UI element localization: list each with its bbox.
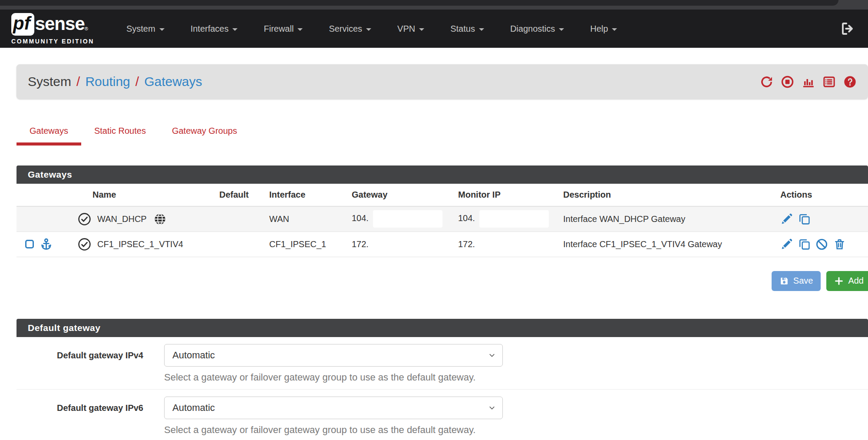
row-left-icons <box>17 206 71 232</box>
save-label: Save <box>793 276 813 286</box>
col-description: Description <box>558 184 775 206</box>
breadcrumb-routing-link[interactable]: Routing <box>85 74 130 89</box>
menu-status[interactable]: Status <box>437 10 497 48</box>
actions-cell <box>775 232 868 257</box>
globe-icon <box>154 213 166 225</box>
menu-label: System <box>126 24 155 34</box>
gateway-row-cf1-ipsec: CF1_IPSEC_1_VTIV4 CF1_IPSEC_1 172. 172. … <box>17 232 868 257</box>
chevron-down-icon <box>479 28 484 31</box>
menu-diagnostics[interactable]: Diagnostics <box>497 10 577 48</box>
check-circle-icon <box>78 238 91 251</box>
gateway-value: 104. <box>352 214 369 223</box>
tab-gateway-groups[interactable]: Gateway Groups <box>159 124 250 146</box>
anchor-icon <box>40 238 53 251</box>
default-gateway-ipv6-label: Default gateway IPv6 <box>17 397 143 419</box>
help-circle-icon[interactable] <box>843 75 857 89</box>
stop-circle-icon[interactable] <box>781 75 794 89</box>
logo-registered-mark: ® <box>85 26 88 31</box>
gateway-cell: 172. <box>347 232 453 257</box>
menu-label: VPN <box>397 24 415 34</box>
col-gateway: Gateway <box>347 184 453 206</box>
menu-firewall[interactable]: Firewall <box>251 10 316 48</box>
chevron-down-icon <box>159 28 165 31</box>
breadcrumb-separator: / <box>135 74 139 89</box>
gateway-row-wan-dhcp: WAN_DHCP WAN 104. <box>17 206 868 232</box>
square-icon <box>25 240 34 248</box>
col-default: Default <box>214 184 264 206</box>
copy-icon[interactable] <box>798 238 811 251</box>
gateway-name: CF1_IPSEC_1_VTIV4 <box>97 239 183 249</box>
menu-interfaces[interactable]: Interfaces <box>178 10 251 48</box>
save-floppy-icon <box>779 276 789 286</box>
breadcrumb-separator: / <box>76 74 80 89</box>
main-menu: System Interfaces Firewall Services VPN … <box>113 10 630 48</box>
redaction-box <box>479 210 549 228</box>
redaction-box <box>373 210 442 228</box>
chevron-down-icon <box>612 28 617 31</box>
chevron-down-icon <box>419 28 424 31</box>
table-header-row: Name Default Interface Gateway Monitor I… <box>17 184 868 206</box>
col-interface: Interface <box>264 184 347 206</box>
gateway-name: WAN_DHCP <box>97 214 147 224</box>
pfsense-logo[interactable]: pf sense ® COMMUNITY EDITION <box>11 13 94 45</box>
menu-help[interactable]: Help <box>577 10 630 48</box>
edit-pencil-icon[interactable] <box>780 238 793 251</box>
tab-static-routes[interactable]: Static Routes <box>81 124 159 146</box>
description-cell: Interface CF1_IPSEC_1_VTIV4 Gateway <box>558 232 775 257</box>
col-actions: Actions <box>775 184 868 206</box>
copy-icon[interactable] <box>798 213 811 225</box>
default-gateway-ipv6-select[interactable]: Automatic <box>164 397 503 419</box>
breadcrumb-gateways-link[interactable]: Gateways <box>144 74 202 89</box>
tab-gateways[interactable]: Gateways <box>17 124 81 146</box>
default-gateway-ipv4-help: Select a gateway or failover gateway gro… <box>17 372 868 383</box>
browser-active-tab <box>0 0 838 6</box>
monitor-ip-value: 104. <box>458 214 475 223</box>
menu-label: Interfaces <box>191 24 229 34</box>
col-name: Name <box>71 184 214 206</box>
gateways-panel: Gateways Name Default Interface Gateway … <box>17 165 868 257</box>
plus-icon <box>834 276 844 286</box>
menu-vpn[interactable]: VPN <box>384 10 437 48</box>
default-gateway-panel-title: Default gateway <box>17 319 868 337</box>
logo-pf: pf <box>11 13 34 36</box>
chart-bar-icon[interactable] <box>802 75 815 89</box>
breadcrumb-bar: System / Routing / Gateways <box>17 64 868 99</box>
chevron-down-icon <box>297 28 303 31</box>
menu-label: Status <box>450 24 475 34</box>
menu-label: Services <box>329 24 362 34</box>
interface-cell: CF1_IPSEC_1 <box>264 232 347 257</box>
edit-pencil-icon[interactable] <box>780 213 793 225</box>
col-monitor-ip: Monitor IP <box>453 184 558 206</box>
add-label: Add <box>848 276 864 286</box>
breadcrumb-system: System <box>28 74 71 89</box>
browser-tab-strip <box>0 0 868 10</box>
chevron-down-icon <box>232 28 238 31</box>
save-button[interactable]: Save <box>772 271 821 291</box>
default-gateway-ipv6-row: Default gateway IPv6 Automatic Select a … <box>17 390 868 440</box>
actions-cell <box>775 206 868 232</box>
add-button[interactable]: Add <box>826 271 868 291</box>
logo-sense: sense <box>35 13 85 35</box>
menu-services[interactable]: Services <box>316 10 384 48</box>
breadcrumb: System / Routing / Gateways <box>28 74 202 89</box>
description-cell: Interface WAN_DHCP Gateway <box>558 206 775 232</box>
default-gateway-ipv6-help: Select a gateway or failover gateway gro… <box>17 424 868 436</box>
gateways-table: Name Default Interface Gateway Monitor I… <box>17 184 868 257</box>
default-gateway-ipv4-select[interactable]: Automatic <box>164 344 503 367</box>
menu-label: Help <box>590 24 608 34</box>
check-circle-icon <box>78 212 91 226</box>
sign-out-icon[interactable] <box>840 21 856 36</box>
page-content: System / Routing / Gateways <box>0 64 868 440</box>
list-icon[interactable] <box>822 75 836 89</box>
menu-system[interactable]: System <box>113 10 178 48</box>
interface-cell: WAN <box>264 206 347 232</box>
delete-trash-icon[interactable] <box>833 238 846 251</box>
disable-ban-icon[interactable] <box>815 238 828 251</box>
menu-label: Diagnostics <box>510 24 555 34</box>
gateway-value: 172. <box>352 239 369 249</box>
gateway-cell: 104. <box>347 206 453 232</box>
refresh-icon[interactable] <box>760 75 773 89</box>
breadcrumb-actions <box>760 75 857 89</box>
chevron-down-icon <box>559 28 564 31</box>
monitor-ip-cell: 172. <box>453 232 558 257</box>
